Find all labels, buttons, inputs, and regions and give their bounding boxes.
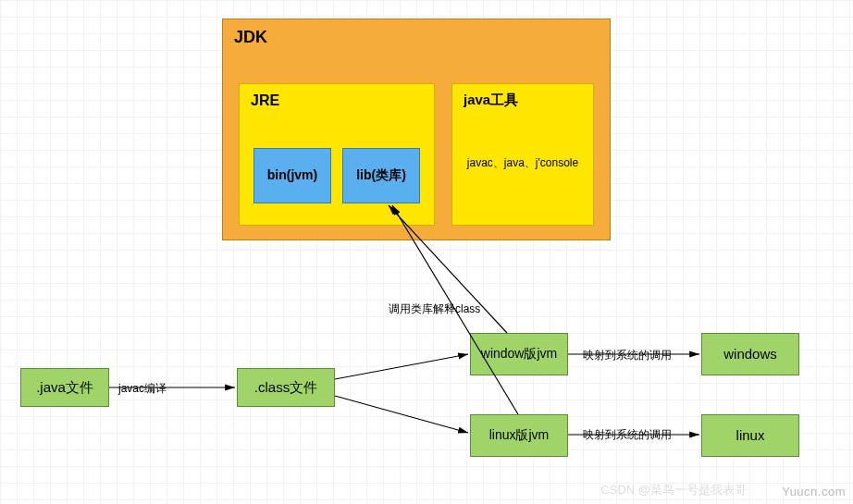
windows-label: windows: [723, 346, 777, 363]
jre-bin-label: bin(jvm): [267, 167, 317, 184]
java-tools-container: java工具: [451, 83, 594, 226]
jre-lib-box: lib(类库): [342, 148, 420, 203]
linux-jvm-label: linux版jvm: [489, 427, 550, 444]
window-jvm-node: window版jvm: [470, 333, 568, 375]
windows-node: windows: [701, 333, 799, 375]
linux-node: linux: [701, 414, 799, 457]
jre-lib-label: lib(类库): [356, 167, 406, 184]
javac-label: javac编译: [118, 381, 167, 397]
window-jvm-label: window版jvm: [481, 346, 557, 363]
map-win-label: 映射到系统的调用: [583, 348, 672, 363]
jre-bin-box: bin(jvm): [253, 148, 331, 203]
java-file-node: .java文件: [20, 368, 109, 407]
linux-jvm-node: linux版jvm: [470, 414, 568, 457]
java-tools-title: java工具: [464, 92, 518, 109]
call-lib-label: 调用类库解释class: [389, 301, 480, 317]
jre-title: JRE: [251, 92, 279, 110]
map-linux-label: 映射到系统的调用: [583, 427, 672, 443]
watermark-site: Yuucn.com: [782, 485, 846, 498]
class-file-label: .class文件: [254, 379, 317, 397]
watermark-csdn: CSDN @菜鸟一号是我表哥: [600, 482, 747, 498]
linux-label: linux: [736, 427, 765, 445]
class-file-node: .class文件: [237, 368, 335, 407]
jdk-title: JDK: [234, 27, 267, 48]
java-file-label: .java文件: [36, 379, 93, 397]
java-tools-items: javac、java、j'console: [463, 155, 583, 171]
